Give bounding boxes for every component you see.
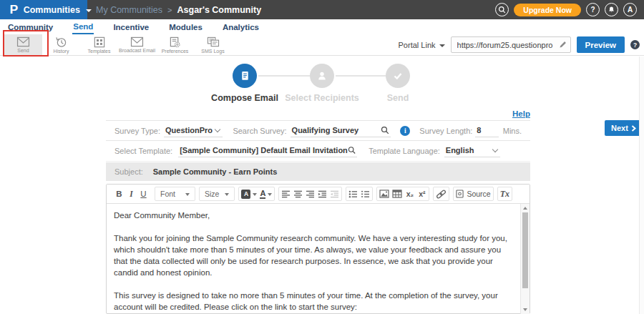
search-button[interactable]: [495, 3, 509, 16]
avatar-initial: A: [628, 6, 633, 14]
subject-value[interactable]: Sample Community - Earn Points: [153, 167, 278, 176]
upgrade-now-button[interactable]: Upgrade Now: [514, 4, 581, 16]
chevron-right-icon: [631, 125, 636, 132]
template-row: Select Template: [Sample Community] Defa…: [106, 141, 530, 162]
email-body-textarea[interactable]: Dear Community Member,Thank you for join…: [107, 204, 520, 314]
survey-type-select[interactable]: QuestionPro: [164, 124, 223, 137]
user-avatar[interactable]: A: [623, 3, 637, 16]
topbar-actions: Upgrade Now ? A: [495, 3, 644, 16]
breadcrumb-current-community: Asgar's Community: [177, 5, 262, 15]
search-survey-input[interactable]: Qualifying Survey: [291, 124, 391, 137]
tab-analytics[interactable]: Analytics: [222, 21, 260, 34]
question-mark-icon: ?: [633, 41, 637, 49]
subscript-button[interactable]: x₂: [404, 187, 416, 200]
select-template-input[interactable]: [Sample Community] Default Email Invitat…: [178, 144, 357, 157]
templates-grid-icon: [94, 36, 105, 48]
search-icon[interactable]: [348, 146, 356, 154]
step-label-send: Send: [376, 93, 419, 103]
insert-table-button[interactable]: [391, 187, 404, 200]
insert-image-button[interactable]: [378, 187, 391, 200]
ribbon-item-broadcast-email[interactable]: Broadcast Email: [118, 34, 156, 56]
chevron-down-icon: [253, 193, 257, 196]
document-icon: [240, 70, 250, 82]
page-scrollbar[interactable]: [639, 57, 644, 314]
tab-incentive[interactable]: Incentive: [112, 21, 150, 34]
align-left-button[interactable]: [280, 187, 292, 200]
ribbon-item-templates[interactable]: Templates: [80, 34, 118, 56]
notifications-button[interactable]: [605, 3, 618, 16]
chevron-down-icon: [215, 126, 220, 132]
ribbon-toolbar: Send History Templates Broadcast Email P…: [0, 34, 644, 56]
product-switcher[interactable]: P Communities: [0, 0, 87, 19]
bold-button[interactable]: B: [113, 187, 125, 200]
ribbon-item-label: Preferences: [162, 49, 189, 54]
scrollbar-thumb[interactable]: [522, 212, 528, 288]
questionpro-logo-icon: P: [9, 4, 18, 16]
help-link[interactable]: Help: [512, 109, 530, 118]
chevron-down-icon: [492, 147, 498, 152]
editor-paragraph: Dear Community Member,: [114, 210, 514, 221]
bulleted-list-button[interactable]: [347, 187, 359, 200]
edit-url-button[interactable]: [556, 38, 570, 51]
ribbon-help-button[interactable]: ?: [630, 40, 640, 49]
next-button[interactable]: Next: [605, 120, 643, 136]
tab-modules[interactable]: Modules: [168, 21, 203, 34]
italic-button[interactable]: I: [125, 187, 137, 200]
select-template-value: [Sample Community] Default Email Invitat…: [180, 146, 348, 154]
editor-scrollbar[interactable]: [520, 204, 530, 314]
ribbon-item-label: SMS Logs: [201, 49, 224, 54]
scroll-up-icon[interactable]: [523, 207, 527, 210]
ribbon-item-history[interactable]: History: [42, 34, 80, 56]
ribbon-item-sms-logs[interactable]: SMS Logs: [194, 34, 232, 56]
superscript-button[interactable]: x²: [416, 187, 428, 200]
ribbon-item-label: Send: [17, 48, 29, 53]
screen: P Communities My Communities > Asgar's C…: [0, 0, 644, 314]
preferences-gear-icon: [169, 36, 181, 48]
info-icon[interactable]: i: [400, 126, 410, 136]
survey-length-label: Survey Length:: [419, 127, 472, 135]
search-icon[interactable]: [381, 126, 389, 134]
ribbon-item-preferences[interactable]: Preferences: [156, 34, 194, 56]
chevron-down-icon: [268, 193, 272, 196]
survey-length-value: 8: [477, 126, 481, 134]
insert-link-button[interactable]: [434, 187, 448, 200]
align-right-button[interactable]: [304, 187, 316, 200]
background-color-button[interactable]: A: [240, 187, 258, 200]
underline-button[interactable]: U: [137, 187, 150, 200]
link-group: [433, 187, 449, 201]
preview-button[interactable]: Preview: [577, 36, 625, 53]
breadcrumb-my-communities[interactable]: My Communities: [96, 5, 162, 15]
template-language-select[interactable]: English: [444, 144, 500, 157]
help-button[interactable]: ?: [586, 3, 600, 16]
scroll-down-icon[interactable]: [523, 308, 527, 311]
portal-link-dropdown[interactable]: Portal Link: [399, 41, 445, 49]
decrease-indent-button[interactable]: [328, 187, 341, 200]
tab-send[interactable]: Send: [72, 20, 94, 34]
tab-community[interactable]: Community: [7, 21, 54, 34]
portal-url-input[interactable]: [451, 36, 571, 53]
template-language-value: English: [446, 146, 474, 154]
increase-indent-button[interactable]: [316, 187, 328, 200]
editor-paragraph: Thank you for joining the Sample Communi…: [114, 232, 514, 278]
search-survey-value: Qualifying Survey: [292, 126, 359, 134]
broadcast-envelope-icon: [130, 36, 144, 47]
size-select[interactable]: Size: [199, 187, 235, 201]
breadcrumb: My Communities > Asgar's Community: [96, 5, 261, 15]
topbar: P Communities My Communities > Asgar's C…: [0, 0, 644, 19]
chevron-down-icon: [225, 193, 229, 196]
question-mark-icon: ?: [590, 6, 595, 14]
step-select-recipients[interactable]: [310, 64, 334, 88]
source-button[interactable]: Source: [454, 187, 492, 200]
remove-format-button[interactable]: Tx: [499, 187, 511, 200]
align-center-button[interactable]: [292, 187, 304, 200]
editor-paragraph: This survey is designed to take no more …: [114, 290, 514, 313]
step-send[interactable]: [386, 64, 410, 88]
step-compose-email[interactable]: [233, 64, 257, 88]
numbered-list-button[interactable]: [359, 187, 371, 200]
ribbon-item-send[interactable]: Send: [4, 34, 42, 56]
survey-length-input[interactable]: 8: [475, 124, 498, 137]
font-select[interactable]: Font: [155, 187, 195, 201]
alignment-group: [278, 187, 342, 201]
survey-type-label: Survey Type:: [114, 127, 160, 135]
text-color-button[interactable]: A: [258, 187, 273, 200]
